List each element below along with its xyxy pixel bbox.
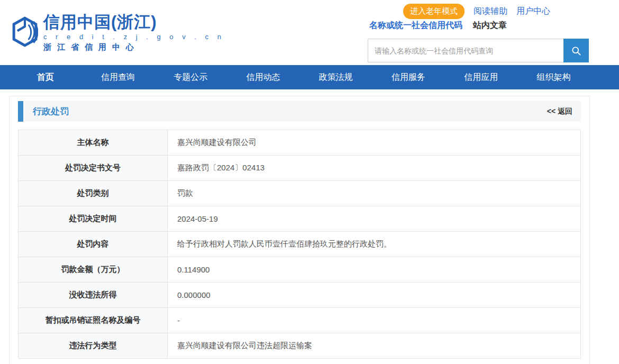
tab-credit-code-search[interactable]: 名称或统一社会信用代码 — [369, 20, 462, 31]
table-row: 处罚决定书文号 嘉路政罚〔2024〕02413 — [19, 156, 581, 181]
nav-item-home[interactable]: 首页 — [9, 65, 81, 89]
row-value-confiscated-gains: 0.000000 — [168, 283, 581, 308]
brand-logo[interactable]: 信用中国(浙江) c r e d i t . z j . g o v . c n… — [12, 13, 224, 52]
row-label-penalty-category: 处罚类别 — [19, 181, 168, 206]
section-accent-bar — [18, 101, 23, 122]
row-label-violation-type: 违法行为类型 — [19, 333, 168, 359]
main-nav-inner: 首页 信用查询 专题公示 信用动态 政策法规 信用服务 信用应用 组织架构 — [9, 65, 590, 89]
site-domain: c r e d i t . z j . g o v . c n — [43, 33, 224, 41]
table-row: 主体名称 嘉兴尚顺建设有限公司 — [19, 130, 581, 156]
row-value-fine-amount: 0.114900 — [168, 257, 581, 283]
user-center-link[interactable]: 用户中心 — [516, 6, 550, 17]
search-input[interactable] — [368, 39, 563, 62]
back-link[interactable]: << 返回 — [547, 107, 572, 116]
search-bar — [368, 39, 589, 62]
row-value-violation-type: 嘉兴尚顺建设有限公司违法超限运输案 — [168, 333, 581, 359]
elder-mode-button[interactable]: 进入老年模式 — [403, 4, 465, 19]
nav-item-credit-news[interactable]: 信用动态 — [227, 65, 299, 89]
site-subtitle: 浙江省信用中心 — [43, 42, 224, 52]
top-utility-links: 进入老年模式 阅读辅助 用户中心 — [403, 4, 550, 19]
tab-site-articles[interactable]: 站内文章 — [473, 20, 507, 31]
row-value-decision-doc-number: 嘉路政罚〔2024〕02413 — [168, 156, 581, 181]
table-row: 处罚决定时间 2024-05-19 — [19, 206, 581, 232]
row-value-subject-name: 嘉兴尚顺建设有限公司 — [168, 130, 581, 156]
nav-item-special-publicity[interactable]: 专题公示 — [154, 65, 227, 89]
table-row: 处罚类别 罚款 — [19, 181, 581, 206]
table-row: 没收违法所得 0.000000 — [19, 283, 581, 308]
row-value-penalty-content: 给予行政相对人罚款人民币壹仟壹佰肆拾玖元整的行政处罚。 — [168, 232, 581, 257]
main-nav: 首页 信用查询 专题公示 信用动态 政策法规 信用服务 信用应用 组织架构 — [0, 65, 619, 89]
row-value-license-suspension: - — [168, 308, 581, 333]
row-label-penalty-content: 处罚内容 — [19, 232, 168, 257]
site-header: 信用中国(浙江) c r e d i t . z j . g o v . c n… — [0, 0, 619, 65]
row-label-decision-date: 处罚决定时间 — [19, 206, 168, 232]
search-icon — [571, 46, 581, 56]
brand-text: 信用中国(浙江) c r e d i t . z j . g o v . c n… — [43, 13, 224, 52]
nav-item-credit-applications[interactable]: 信用应用 — [445, 65, 517, 89]
row-label-confiscated-gains: 没收违法所得 — [19, 283, 168, 308]
content-panel: 行政处罚 << 返回 主体名称 嘉兴尚顺建设有限公司 处罚决定书文号 嘉路政罚〔… — [9, 96, 590, 364]
nav-item-policies[interactable]: 政策法规 — [299, 65, 372, 89]
section-header: 行政处罚 << 返回 — [18, 101, 581, 122]
table-row: 违法行为类型 嘉兴尚顺建设有限公司违法超限运输案 — [19, 333, 581, 359]
reading-aid-link[interactable]: 阅读辅助 — [474, 6, 507, 17]
table-row: 暂扣或吊销证照名称及编号 - — [19, 308, 581, 333]
row-value-decision-date: 2024-05-19 — [168, 206, 581, 232]
row-label-subject-name: 主体名称 — [19, 130, 168, 156]
search-tabs: 名称或统一社会信用代码 站内文章 — [369, 20, 507, 31]
nav-item-credit-query[interactable]: 信用查询 — [81, 65, 154, 89]
table-row: 罚款金额（万元） 0.114900 — [19, 257, 581, 283]
penalty-detail-table: 主体名称 嘉兴尚顺建设有限公司 处罚决定书文号 嘉路政罚〔2024〕02413 … — [18, 130, 581, 359]
nav-item-credit-services[interactable]: 信用服务 — [372, 65, 444, 89]
page-title: 行政处罚 — [33, 105, 69, 117]
row-value-penalty-category: 罚款 — [168, 181, 581, 206]
site-title: 信用中国(浙江) — [43, 13, 224, 32]
search-button[interactable] — [563, 39, 589, 62]
table-row: 处罚内容 给予行政相对人罚款人民币壹仟壹佰肆拾玖元整的行政处罚。 — [19, 232, 581, 257]
row-label-decision-doc-number: 处罚决定书文号 — [19, 156, 168, 181]
nav-item-organization[interactable]: 组织架构 — [517, 65, 590, 89]
row-label-license-suspension: 暂扣或吊销证照名称及编号 — [19, 308, 168, 333]
brand-logo-icon — [12, 16, 38, 48]
row-label-fine-amount: 罚款金额（万元） — [19, 257, 168, 283]
